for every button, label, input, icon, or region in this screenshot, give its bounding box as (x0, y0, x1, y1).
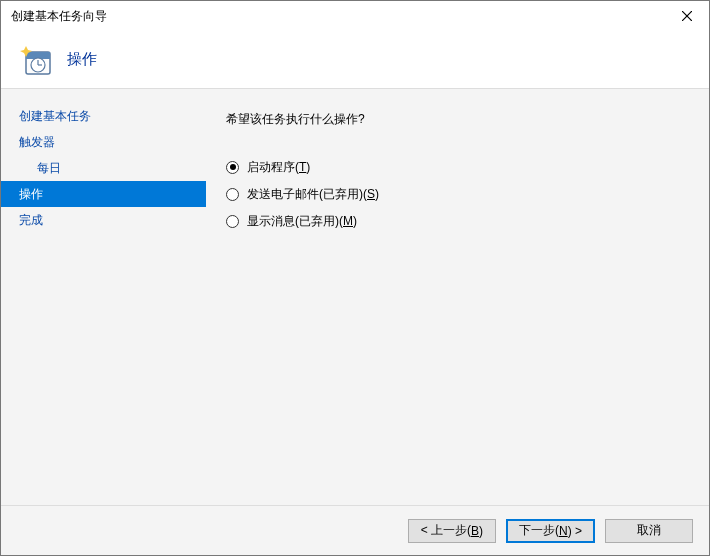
wizard-header: 操作 (1, 31, 709, 89)
step-action[interactable]: 操作 (1, 181, 206, 207)
titlebar: 创建基本任务向导 (1, 1, 709, 31)
radio-icon (226, 215, 239, 228)
wizard-body: 创建基本任务 触发器 每日 操作 完成 希望该任务执行什么操作? 启动程序(T)… (1, 89, 709, 505)
action-question: 希望该任务执行什么操作? (226, 111, 689, 128)
step-create-basic-task[interactable]: 创建基本任务 (1, 103, 206, 129)
close-button[interactable] (664, 1, 709, 31)
back-button[interactable]: < 上一步(B) (408, 519, 496, 543)
step-finish[interactable]: 完成 (1, 207, 206, 233)
next-button[interactable]: 下一步(N) > (506, 519, 595, 543)
radio-send-email[interactable]: 发送电子邮件(已弃用)(S) (226, 185, 689, 203)
close-icon (682, 11, 692, 21)
radio-show-message[interactable]: 显示消息(已弃用)(M) (226, 212, 689, 230)
radio-label-start-program: 启动程序(T) (247, 158, 310, 176)
radio-icon (226, 188, 239, 201)
radio-label-show-message: 显示消息(已弃用)(M) (247, 212, 357, 230)
step-trigger-daily[interactable]: 每日 (1, 155, 206, 181)
window-title: 创建基本任务向导 (11, 8, 664, 25)
radio-start-program[interactable]: 启动程序(T) (226, 158, 689, 176)
wizard-sidebar: 创建基本任务 触发器 每日 操作 完成 (1, 89, 206, 505)
wizard-window: 创建基本任务向导 操作 (0, 0, 710, 556)
cancel-button[interactable]: 取消 (605, 519, 693, 543)
step-trigger[interactable]: 触发器 (1, 129, 206, 155)
wizard-icon (19, 43, 53, 77)
wizard-content: 希望该任务执行什么操作? 启动程序(T) 发送电子邮件(已弃用)(S) 显示消息… (206, 89, 709, 505)
wizard-caption: 操作 (67, 50, 97, 69)
wizard-footer: < 上一步(B) 下一步(N) > 取消 (1, 505, 709, 555)
radio-label-send-email: 发送电子邮件(已弃用)(S) (247, 185, 379, 203)
radio-icon (226, 161, 239, 174)
